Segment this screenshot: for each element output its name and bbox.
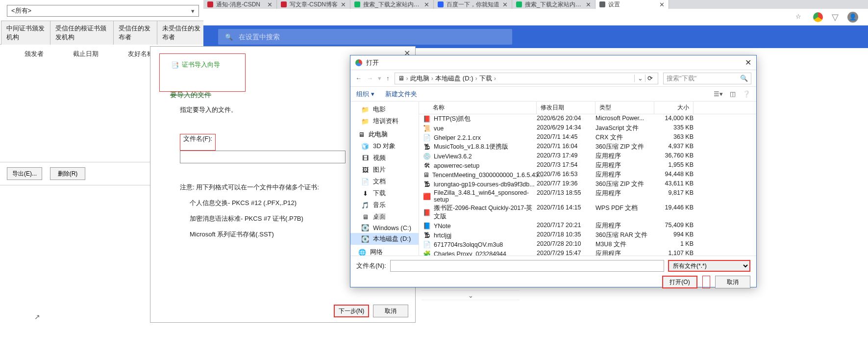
col-name[interactable]: 名称: [419, 102, 537, 114]
tab-close-icon[interactable]: ✕: [659, 1, 665, 8]
back-icon[interactable]: ←: [355, 75, 362, 82]
refresh-icon[interactable]: ⟳: [645, 75, 655, 82]
tab-close-icon[interactable]: ✕: [341, 1, 346, 8]
file-date: 2020/7/18 10:35: [537, 231, 595, 239]
sidebar-item[interactable]: 🖥桌面: [350, 211, 419, 223]
cert-tab-trusted-pub[interactable]: 受信任的发布者: [113, 21, 158, 45]
account-icon[interactable]: 👤: [847, 12, 858, 23]
forward-icon[interactable]: →: [367, 75, 373, 82]
next-button[interactable]: 下一步(N): [334, 305, 369, 317]
file-date: 2020/6/26 20:04: [537, 115, 595, 123]
tab-close-icon[interactable]: ✕: [424, 1, 429, 8]
open-button[interactable]: 打开(O): [662, 276, 697, 288]
favicon-icon: [516, 1, 522, 7]
crumb-drive[interactable]: 本地磁盘 (D:): [435, 74, 473, 83]
help-icon[interactable]: ❔: [743, 90, 750, 98]
sidebar-item[interactable]: 🖼图片: [350, 164, 419, 176]
filename-input[interactable]: [390, 260, 664, 272]
up-icon[interactable]: ↑: [386, 75, 390, 82]
sidebar-item[interactable]: 💽Windows (C:): [350, 223, 419, 233]
col-date[interactable]: 修改日期: [537, 102, 595, 114]
pc-icon: 🖥: [358, 131, 365, 138]
delete-button[interactable]: 删除(R): [50, 167, 85, 180]
crumb-folder[interactable]: 下载: [479, 74, 492, 83]
file-path-input[interactable]: [180, 151, 346, 163]
file-type-filter[interactable]: 所有文件(*.*): [668, 260, 750, 272]
cancel-button[interactable]: 取消: [715, 276, 750, 288]
crumb-pc[interactable]: 此电脑: [410, 74, 429, 83]
file-size: 1 KB: [654, 240, 694, 249]
file-row[interactable]: 📜vue 2020/6/29 14:34 JavaScript 文件 335 K…: [419, 124, 756, 133]
sidebar-item[interactable]: ⬇下载: [350, 187, 419, 199]
sidebar-item[interactable]: 📁电影: [350, 103, 419, 115]
cert-tab-untrusted-pub[interactable]: 未受信任的发布者: [157, 21, 206, 45]
tab-close-icon[interactable]: ✕: [586, 1, 591, 8]
file-icon: 🖥: [423, 171, 429, 179]
dialog-body: 📁电影📁培训资料🖥此电脑🧊3D 对象🎞视频🖼图片📄文档⬇下载🎵音乐🖥桌面💽Win…: [350, 102, 756, 256]
sidebar-item[interactable]: 📁培训资料: [350, 115, 419, 127]
file-row[interactable]: 💿LiveView3.6.2 2020/7/3 17:49 应用程序 36,76…: [419, 152, 756, 161]
file-row[interactable]: 📘YNote 2020/7/17 20:21 应用程序 75,409 KB: [419, 221, 756, 231]
col-issuer[interactable]: 颁发者: [25, 50, 44, 58]
browser-tab[interactable]: 设置 ✕: [595, 0, 669, 9]
settings-search-input[interactable]: [239, 33, 505, 41]
col-type[interactable]: 类型: [595, 102, 654, 114]
cert-tab-intermediate[interactable]: 中间证书颁发机构: [1, 21, 50, 45]
sidebar-item[interactable]: 📄文档: [350, 176, 419, 187]
file-row[interactable]: 🧩Charles Proxy_023284944 2020/7/29 15:47…: [419, 249, 756, 256]
file-type: 应用程序: [595, 171, 654, 179]
recent-icon[interactable]: ▾: [378, 75, 381, 82]
browser-tab[interactable]: 搜索_下载之家站内搜… ✕: [350, 0, 434, 9]
sidebar-item[interactable]: 💽本地磁盘 (D:): [350, 233, 419, 245]
new-folder-button[interactable]: 新建文件夹: [385, 90, 417, 99]
file-row[interactable]: 🗜MusicTools_v1.8.8.1便携版 2020/7/1 16:04 3…: [419, 142, 756, 152]
star-icon[interactable]: ☆: [795, 13, 804, 22]
preview-pane-icon[interactable]: ◫: [730, 90, 736, 98]
tab-close-icon[interactable]: ✕: [502, 1, 508, 8]
sidebar-this-pc[interactable]: 🖥此电脑: [350, 127, 419, 140]
organize-menu[interactable]: 组织 ▾: [356, 90, 374, 99]
file-row[interactable]: 📕HTTP(S)抓包 2020/6/26 20:04 Microsoft Pow…: [419, 114, 756, 124]
file-row[interactable]: 🖥TencentMeeting_0300000000_1.6.5.43... 2…: [419, 170, 756, 180]
col-expiry[interactable]: 截止日期: [73, 50, 99, 58]
chrome-icon: [355, 59, 362, 66]
file-type: Microsoft Power...: [595, 115, 654, 123]
breadcrumb-dropdown-icon[interactable]: ⌄: [634, 75, 643, 82]
wizard-footer: 下一步(N) 取消: [334, 305, 408, 317]
browser-tab[interactable]: 搜索_下载之家站内搜… ✕: [512, 0, 595, 9]
file-row[interactable]: 🗜hrtcljgj 2020/7/18 10:35 360压缩 RAR 文件 9…: [419, 231, 756, 240]
breadcrumb[interactable]: 🖥› 此电脑› 本地磁盘 (D:)› 下载› ⌄ ⟳: [395, 73, 659, 84]
file-size: 1,107 KB: [654, 250, 694, 256]
file-type: 应用程序: [595, 222, 654, 230]
filename-label: 文件名(N):: [356, 261, 386, 270]
file-name: Ghelper 2.2.1.crx: [434, 134, 481, 141]
file-row[interactable]: 📄6717704rs3olqqOV.m3u8 2020/7/28 20:10 M…: [419, 240, 756, 249]
settings-search[interactable]: 🔍: [218, 29, 512, 45]
sidebar-item[interactable]: 🧊3D 对象: [350, 140, 419, 152]
cert-filter-dropdown[interactable]: <所有> ▾: [7, 5, 199, 17]
file-row[interactable]: 🟥FileZilla_3.48.1_win64_sponsored-setup …: [419, 189, 756, 204]
filter-icon[interactable]: ▽: [832, 12, 839, 23]
file-list-pane[interactable]: 名称 修改日期 类型 大小 📕HTTP(S)抓包 2020/6/26 20:04…: [419, 102, 756, 256]
chrome-profile-icon[interactable]: [813, 12, 823, 22]
file-row[interactable]: 📄Ghelper 2.2.1.crx 2020/7/1 14:45 CRX 文件…: [419, 133, 756, 142]
file-row[interactable]: 🛠apowerrec-setup 2020/7/3 17:54 应用程序 1,9…: [419, 161, 756, 170]
col-size[interactable]: 大小: [654, 102, 694, 114]
sidebar-item[interactable]: 🎞视频: [350, 152, 419, 164]
browser-tab[interactable]: 通知-消息-CSDN ✕: [203, 0, 277, 9]
sidebar-network[interactable]: 🌐网络: [350, 245, 419, 256]
export-button[interactable]: 导出(E)...: [7, 167, 42, 180]
dialog-search[interactable]: 搜索"下载" 🔍: [663, 73, 751, 84]
cert-tab-trusted-root[interactable]: 受信任的根证书颁发机构: [50, 21, 114, 45]
open-external-icon[interactable]: ↗: [34, 313, 40, 321]
file-row[interactable]: 📕搬书匠-2096-React Quickly-2017-英文版 2020/7/…: [419, 204, 756, 221]
view-mode-icon[interactable]: ☰▾: [714, 90, 723, 98]
tab-close-icon[interactable]: ✕: [267, 1, 273, 8]
cancel-button[interactable]: 取消: [373, 305, 408, 317]
close-icon[interactable]: ✕: [745, 58, 751, 67]
sidebar-item[interactable]: 🎵音乐: [350, 199, 419, 211]
browser-tab[interactable]: 写文章-CSDN博客 ✕: [277, 0, 350, 9]
file-date: 2020/7/6 16:53: [537, 171, 595, 179]
browser-tab[interactable]: 百度一下，你就知道 ✕: [434, 0, 512, 9]
file-row[interactable]: 🗜lurongtao-gp19-courses-db9a9f3db... 202…: [419, 180, 756, 189]
